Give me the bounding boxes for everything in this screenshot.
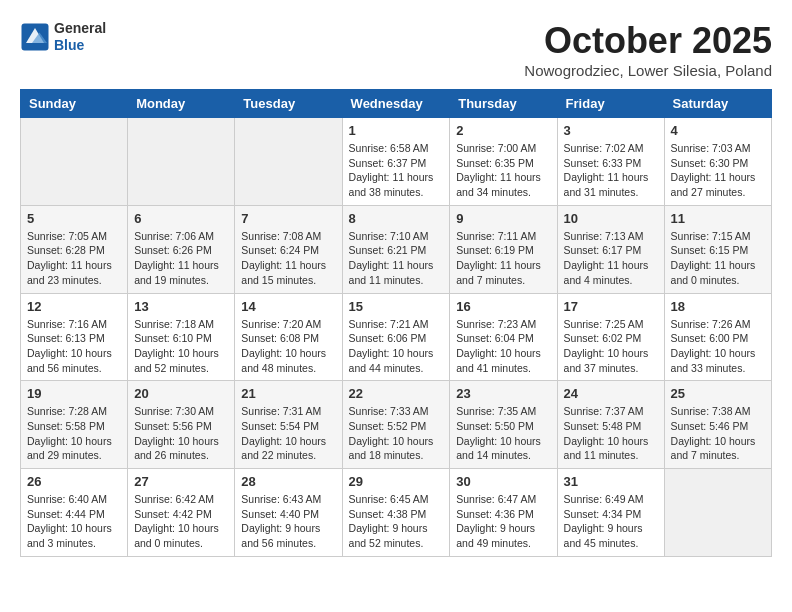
day-content: Sunrise: 6:58 AM Sunset: 6:37 PM Dayligh…	[349, 141, 444, 200]
day-content: Sunrise: 7:16 AM Sunset: 6:13 PM Dayligh…	[27, 317, 121, 376]
calendar-cell: 12Sunrise: 7:16 AM Sunset: 6:13 PM Dayli…	[21, 293, 128, 381]
day-number: 12	[27, 299, 121, 314]
logo: General Blue	[20, 20, 106, 54]
day-of-week-header: Sunday	[21, 90, 128, 118]
day-number: 25	[671, 386, 765, 401]
calendar-cell: 11Sunrise: 7:15 AM Sunset: 6:15 PM Dayli…	[664, 205, 771, 293]
logo-general-text: General	[54, 20, 106, 37]
calendar-cell: 8Sunrise: 7:10 AM Sunset: 6:21 PM Daylig…	[342, 205, 450, 293]
day-number: 15	[349, 299, 444, 314]
calendar-cell: 22Sunrise: 7:33 AM Sunset: 5:52 PM Dayli…	[342, 381, 450, 469]
day-content: Sunrise: 6:45 AM Sunset: 4:38 PM Dayligh…	[349, 492, 444, 551]
calendar-cell: 23Sunrise: 7:35 AM Sunset: 5:50 PM Dayli…	[450, 381, 557, 469]
day-number: 4	[671, 123, 765, 138]
day-content: Sunrise: 7:33 AM Sunset: 5:52 PM Dayligh…	[349, 404, 444, 463]
day-of-week-header: Friday	[557, 90, 664, 118]
calendar-cell: 25Sunrise: 7:38 AM Sunset: 5:46 PM Dayli…	[664, 381, 771, 469]
calendar-cell: 19Sunrise: 7:28 AM Sunset: 5:58 PM Dayli…	[21, 381, 128, 469]
calendar-cell: 14Sunrise: 7:20 AM Sunset: 6:08 PM Dayli…	[235, 293, 342, 381]
day-content: Sunrise: 7:05 AM Sunset: 6:28 PM Dayligh…	[27, 229, 121, 288]
calendar-cell: 5Sunrise: 7:05 AM Sunset: 6:28 PM Daylig…	[21, 205, 128, 293]
day-content: Sunrise: 7:26 AM Sunset: 6:00 PM Dayligh…	[671, 317, 765, 376]
month-title: October 2025	[524, 20, 772, 62]
calendar-cell	[21, 118, 128, 206]
day-content: Sunrise: 7:15 AM Sunset: 6:15 PM Dayligh…	[671, 229, 765, 288]
calendar-cell	[128, 118, 235, 206]
calendar-week-row: 1Sunrise: 6:58 AM Sunset: 6:37 PM Daylig…	[21, 118, 772, 206]
day-content: Sunrise: 7:31 AM Sunset: 5:54 PM Dayligh…	[241, 404, 335, 463]
day-number: 8	[349, 211, 444, 226]
location-subtitle: Nowogrodziec, Lower Silesia, Poland	[524, 62, 772, 79]
day-number: 13	[134, 299, 228, 314]
day-content: Sunrise: 7:23 AM Sunset: 6:04 PM Dayligh…	[456, 317, 550, 376]
day-content: Sunrise: 7:37 AM Sunset: 5:48 PM Dayligh…	[564, 404, 658, 463]
day-number: 19	[27, 386, 121, 401]
calendar-cell: 10Sunrise: 7:13 AM Sunset: 6:17 PM Dayli…	[557, 205, 664, 293]
calendar-week-row: 19Sunrise: 7:28 AM Sunset: 5:58 PM Dayli…	[21, 381, 772, 469]
calendar-cell: 24Sunrise: 7:37 AM Sunset: 5:48 PM Dayli…	[557, 381, 664, 469]
day-content: Sunrise: 7:38 AM Sunset: 5:46 PM Dayligh…	[671, 404, 765, 463]
calendar-cell: 21Sunrise: 7:31 AM Sunset: 5:54 PM Dayli…	[235, 381, 342, 469]
day-content: Sunrise: 7:18 AM Sunset: 6:10 PM Dayligh…	[134, 317, 228, 376]
calendar-cell: 16Sunrise: 7:23 AM Sunset: 6:04 PM Dayli…	[450, 293, 557, 381]
day-content: Sunrise: 7:10 AM Sunset: 6:21 PM Dayligh…	[349, 229, 444, 288]
calendar-cell: 2Sunrise: 7:00 AM Sunset: 6:35 PM Daylig…	[450, 118, 557, 206]
day-content: Sunrise: 6:47 AM Sunset: 4:36 PM Dayligh…	[456, 492, 550, 551]
day-number: 23	[456, 386, 550, 401]
calendar-cell: 26Sunrise: 6:40 AM Sunset: 4:44 PM Dayli…	[21, 469, 128, 557]
calendar-cell: 28Sunrise: 6:43 AM Sunset: 4:40 PM Dayli…	[235, 469, 342, 557]
calendar-cell: 13Sunrise: 7:18 AM Sunset: 6:10 PM Dayli…	[128, 293, 235, 381]
day-number: 10	[564, 211, 658, 226]
day-content: Sunrise: 7:30 AM Sunset: 5:56 PM Dayligh…	[134, 404, 228, 463]
day-number: 9	[456, 211, 550, 226]
calendar-cell: 3Sunrise: 7:02 AM Sunset: 6:33 PM Daylig…	[557, 118, 664, 206]
day-content: Sunrise: 7:20 AM Sunset: 6:08 PM Dayligh…	[241, 317, 335, 376]
calendar-week-row: 26Sunrise: 6:40 AM Sunset: 4:44 PM Dayli…	[21, 469, 772, 557]
calendar-cell: 27Sunrise: 6:42 AM Sunset: 4:42 PM Dayli…	[128, 469, 235, 557]
day-number: 1	[349, 123, 444, 138]
day-number: 2	[456, 123, 550, 138]
calendar-week-row: 5Sunrise: 7:05 AM Sunset: 6:28 PM Daylig…	[21, 205, 772, 293]
day-of-week-header: Saturday	[664, 90, 771, 118]
day-content: Sunrise: 7:35 AM Sunset: 5:50 PM Dayligh…	[456, 404, 550, 463]
day-number: 20	[134, 386, 228, 401]
day-content: Sunrise: 6:43 AM Sunset: 4:40 PM Dayligh…	[241, 492, 335, 551]
day-number: 24	[564, 386, 658, 401]
day-content: Sunrise: 7:00 AM Sunset: 6:35 PM Dayligh…	[456, 141, 550, 200]
day-of-week-header: Wednesday	[342, 90, 450, 118]
day-content: Sunrise: 7:28 AM Sunset: 5:58 PM Dayligh…	[27, 404, 121, 463]
day-content: Sunrise: 6:42 AM Sunset: 4:42 PM Dayligh…	[134, 492, 228, 551]
calendar-cell: 1Sunrise: 6:58 AM Sunset: 6:37 PM Daylig…	[342, 118, 450, 206]
day-content: Sunrise: 7:08 AM Sunset: 6:24 PM Dayligh…	[241, 229, 335, 288]
day-number: 27	[134, 474, 228, 489]
day-number: 29	[349, 474, 444, 489]
day-content: Sunrise: 6:40 AM Sunset: 4:44 PM Dayligh…	[27, 492, 121, 551]
calendar-cell	[664, 469, 771, 557]
day-number: 31	[564, 474, 658, 489]
calendar-cell: 20Sunrise: 7:30 AM Sunset: 5:56 PM Dayli…	[128, 381, 235, 469]
day-content: Sunrise: 6:49 AM Sunset: 4:34 PM Dayligh…	[564, 492, 658, 551]
day-of-week-header: Thursday	[450, 90, 557, 118]
day-content: Sunrise: 7:13 AM Sunset: 6:17 PM Dayligh…	[564, 229, 658, 288]
logo-text: General Blue	[54, 20, 106, 54]
calendar-cell: 30Sunrise: 6:47 AM Sunset: 4:36 PM Dayli…	[450, 469, 557, 557]
logo-blue-text: Blue	[54, 37, 106, 54]
day-content: Sunrise: 7:03 AM Sunset: 6:30 PM Dayligh…	[671, 141, 765, 200]
calendar-table: SundayMondayTuesdayWednesdayThursdayFrid…	[20, 89, 772, 557]
calendar-cell: 17Sunrise: 7:25 AM Sunset: 6:02 PM Dayli…	[557, 293, 664, 381]
page-header: General Blue October 2025 Nowogrodziec, …	[20, 20, 772, 79]
day-of-week-header: Tuesday	[235, 90, 342, 118]
day-number: 5	[27, 211, 121, 226]
calendar-cell: 31Sunrise: 6:49 AM Sunset: 4:34 PM Dayli…	[557, 469, 664, 557]
day-content: Sunrise: 7:02 AM Sunset: 6:33 PM Dayligh…	[564, 141, 658, 200]
day-number: 7	[241, 211, 335, 226]
calendar-cell: 7Sunrise: 7:08 AM Sunset: 6:24 PM Daylig…	[235, 205, 342, 293]
day-number: 16	[456, 299, 550, 314]
calendar-cell: 9Sunrise: 7:11 AM Sunset: 6:19 PM Daylig…	[450, 205, 557, 293]
calendar-cell	[235, 118, 342, 206]
calendar-week-row: 12Sunrise: 7:16 AM Sunset: 6:13 PM Dayli…	[21, 293, 772, 381]
day-number: 17	[564, 299, 658, 314]
day-content: Sunrise: 7:25 AM Sunset: 6:02 PM Dayligh…	[564, 317, 658, 376]
day-number: 6	[134, 211, 228, 226]
day-number: 26	[27, 474, 121, 489]
